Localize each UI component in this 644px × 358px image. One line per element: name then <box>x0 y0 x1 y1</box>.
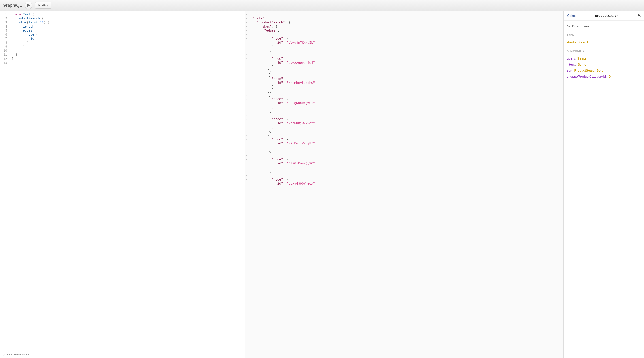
prettify-button[interactable]: Prettify <box>35 2 52 8</box>
docs-pane: skus productSearch No Description TYPE P… <box>564 11 644 358</box>
query-code[interactable]: query Test { productSearch { skus(first:… <box>11 12 244 65</box>
result-json[interactable]: { "data": { "productSearch": { "skus": {… <box>245 11 564 188</box>
docs-close-button[interactable] <box>637 13 641 18</box>
play-icon <box>27 4 30 7</box>
query-variables-header[interactable]: Query Variables <box>0 350 244 358</box>
docs-type-label: TYPE <box>567 33 641 38</box>
docs-arg-name: sort <box>567 68 572 72</box>
chevron-left-icon <box>567 14 569 17</box>
line-gutter: 12345678910111213 <box>0 12 8 65</box>
app-logo: GraphiQL <box>3 3 22 8</box>
docs-header: skus productSearch <box>564 11 644 20</box>
query-editor[interactable]: 12345678910111213 ▾▾▾▾ query Test { prod… <box>0 11 244 350</box>
fold-gutter[interactable]: ▾▾▾▾ <box>8 12 11 65</box>
docs-type-link[interactable]: ProductSearch <box>567 40 641 44</box>
docs-description: No Description <box>567 24 641 28</box>
toolbar: GraphiQL Prettify <box>0 0 644 11</box>
docs-arg-type[interactable]: String <box>578 62 586 66</box>
query-editor-pane: 12345678910111213 ▾▾▾▾ query Test { prod… <box>0 11 245 358</box>
docs-arg-row: shoppoProductCategoryId: ID <box>567 74 641 78</box>
docs-arg-row: query: String <box>567 56 641 60</box>
docs-title: productSearch <box>595 14 619 18</box>
docs-arg-type[interactable]: ProductSearchSort <box>574 68 602 72</box>
docs-arg-type[interactable]: String <box>577 56 586 60</box>
docs-args-list: query: Stringfilters: [String]sort: Prod… <box>567 56 641 78</box>
docs-arg-name: query <box>567 56 575 60</box>
docs-arg-row: filters: [String] <box>567 62 641 66</box>
run-button[interactable] <box>24 2 32 9</box>
docs-args-label: ARGUMENTS <box>567 50 641 54</box>
result-pane: ▾▾▾▾▾▾▾▾▾▾▾▾▾▾▾▾▾▾▾▾▾ { "data": { "produ… <box>245 11 564 358</box>
docs-arg-name: shoppoProductCategoryId <box>567 74 606 78</box>
docs-arg-type[interactable]: ID <box>608 74 611 78</box>
result-fold-gutter[interactable]: ▾▾▾▾▾▾▾▾▾▾▾▾▾▾▾▾▾▾▾▾▾ <box>246 12 247 186</box>
docs-arg-name: filters <box>567 62 575 66</box>
docs-arg-row: sort: ProductSearchSort <box>567 68 641 72</box>
close-icon <box>637 14 641 17</box>
docs-back-button[interactable]: skus <box>567 14 576 18</box>
